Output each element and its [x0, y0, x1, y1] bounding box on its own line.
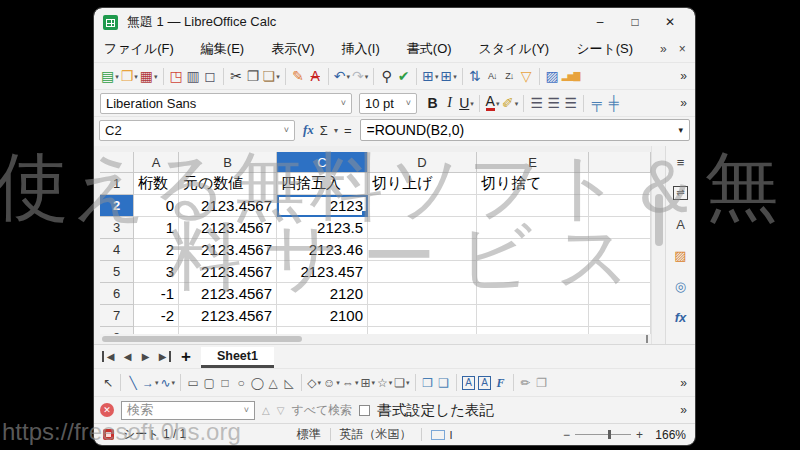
cell-filler[interactable]: [589, 305, 651, 327]
cell-D3[interactable]: [368, 217, 477, 239]
spelling-icon[interactable]: ✔: [395, 65, 412, 87]
sheet-tab-sheet1[interactable]: Sheet1: [201, 347, 274, 368]
row-header-8[interactable]: 8: [100, 327, 134, 334]
functions-icon[interactable]: fx: [672, 306, 689, 328]
ellipse-icon[interactable]: ○: [233, 372, 249, 394]
sum-icon[interactable]: Σ: [320, 123, 328, 138]
cell-E4[interactable]: [477, 239, 589, 261]
menu-format[interactable]: 書式(O): [407, 40, 452, 58]
last-sheet-icon[interactable]: ▶: [156, 351, 171, 362]
curve-icon[interactable]: ∿▾: [160, 372, 177, 394]
column-header-A[interactable]: A: [134, 152, 179, 173]
cell-E8[interactable]: [477, 327, 589, 334]
previous-sheet-icon[interactable]: ◀: [120, 351, 135, 362]
navigator-icon[interactable]: ◎: [672, 275, 689, 297]
cell-E2[interactable]: [477, 195, 589, 217]
cell-filler[interactable]: [589, 217, 651, 239]
cut-icon[interactable]: ✂: [228, 65, 245, 87]
cell-D1[interactable]: 切り上げ: [368, 173, 477, 195]
cell-B7[interactable]: 2123.4567: [179, 305, 277, 327]
right-triangle-icon[interactable]: ◺: [281, 372, 297, 394]
row-header-6[interactable]: 6: [100, 283, 134, 305]
cell-filler[interactable]: [589, 173, 651, 195]
cell-C4[interactable]: 2123.46: [277, 239, 368, 261]
vertical-scrollbar[interactable]: [651, 146, 665, 344]
open-file-icon[interactable]: ❒▾: [120, 65, 139, 87]
cell-filler[interactable]: [589, 239, 651, 261]
sort-ascending-icon[interactable]: A↓: [484, 65, 501, 87]
rotate-icon[interactable]: ❒: [420, 372, 436, 394]
row-header-3[interactable]: 3: [100, 217, 134, 239]
undo-icon[interactable]: ↶▾: [333, 65, 351, 87]
cell-E3[interactable]: [477, 217, 589, 239]
basic-shapes-icon[interactable]: ◇▾: [306, 372, 322, 394]
print-icon[interactable]: ▥: [185, 65, 202, 87]
row-header-2[interactable]: 2: [100, 195, 134, 217]
new-document-icon[interactable]: ▤▾: [100, 65, 120, 87]
cell-A4[interactable]: 2: [134, 239, 179, 261]
zoom-in-icon[interactable]: +: [636, 428, 643, 442]
cell-A3[interactable]: 1: [134, 217, 179, 239]
center-vertically-icon[interactable]: ╪: [605, 92, 622, 114]
font-color-icon[interactable]: A▾: [484, 92, 501, 114]
find-next-icon[interactable]: ▽: [277, 405, 285, 416]
toggle-extrusion-icon[interactable]: ❐: [534, 372, 550, 394]
select-all-corner[interactable]: [100, 152, 134, 173]
page-style[interactable]: 標準: [297, 426, 321, 443]
horizontal-scrollbar[interactable]: [100, 334, 651, 344]
cell-B5[interactable]: 2123.4567: [179, 261, 277, 283]
zoom-out-icon[interactable]: −: [563, 428, 570, 442]
cell-B4[interactable]: 2123.4567: [179, 239, 277, 261]
menu-styles[interactable]: スタイル(Y): [479, 40, 550, 58]
cell-A1[interactable]: 桁数: [134, 173, 179, 195]
sidebar-menu-icon[interactable]: ≡: [672, 151, 689, 173]
formula-input[interactable]: =ROUND(B2,0): [360, 119, 691, 141]
menu-edit[interactable]: 編集(E): [201, 40, 244, 58]
gallery-icon[interactable]: ▨: [672, 244, 689, 266]
font-size-combobox[interactable]: 10 pt: [359, 93, 417, 114]
align-right-icon[interactable]: ☰: [562, 92, 579, 114]
column-header-E[interactable]: E: [477, 152, 589, 173]
menu-sheet[interactable]: シート(S): [576, 40, 633, 58]
cell-B8[interactable]: [179, 327, 277, 334]
redo-icon[interactable]: ↷▾: [351, 65, 369, 87]
clone-formatting-icon[interactable]: ✎: [290, 65, 307, 87]
drawing-toolbar-overflow-icon[interactable]: »: [680, 376, 689, 390]
cell-D7[interactable]: [368, 305, 477, 327]
cell-C2[interactable]: 2123: [277, 195, 368, 217]
insert-row-icon[interactable]: ⊞▾: [421, 65, 439, 87]
formatting-toolbar-overflow-icon[interactable]: »: [680, 96, 689, 110]
standard-toolbar-overflow-icon[interactable]: »: [680, 69, 689, 83]
cell-B2[interactable]: 2123.4567: [179, 195, 277, 217]
clear-formatting-icon[interactable]: A: [307, 65, 324, 87]
cell-B3[interactable]: 2123.4567: [179, 217, 277, 239]
equals-icon[interactable]: =: [344, 123, 352, 138]
sum-dropdown-icon[interactable]: ▾: [334, 126, 338, 135]
selection-mode-icon[interactable]: [431, 430, 445, 440]
cell-A7[interactable]: -2: [134, 305, 179, 327]
find-toolbar-overflow-icon[interactable]: »: [680, 403, 689, 417]
cell-filler[interactable]: [589, 261, 651, 283]
cell-filler[interactable]: [589, 327, 651, 334]
first-sheet-icon[interactable]: ◀: [102, 351, 117, 362]
bold-icon[interactable]: B: [424, 92, 441, 114]
column-header-D[interactable]: D: [368, 152, 477, 173]
paste-icon[interactable]: ❏▾: [262, 65, 281, 87]
export-pdf-icon[interactable]: ◳: [168, 65, 185, 87]
cell-D8[interactable]: [368, 327, 477, 334]
minimize-button[interactable]: –: [589, 15, 611, 29]
add-sheet-button[interactable]: +: [181, 347, 191, 367]
line-ends-arrow-icon[interactable]: →▾: [141, 372, 160, 394]
function-wizard-icon[interactable]: fx: [303, 122, 314, 138]
cell-C5[interactable]: 2123.457: [277, 261, 368, 283]
cell-B1[interactable]: 元の数値: [179, 173, 277, 195]
copy-icon[interactable]: ❐: [245, 65, 262, 87]
zoom-level[interactable]: 166%: [652, 428, 686, 442]
cell-C1[interactable]: 四捨五入: [277, 173, 368, 195]
symbol-shapes-icon[interactable]: ☺▾: [322, 372, 341, 394]
vertical-scrollbar-thumb[interactable]: [655, 194, 663, 246]
row-header-1[interactable]: 1: [100, 173, 134, 195]
insert-column-icon[interactable]: ⊞▾: [439, 65, 457, 87]
cell-D2[interactable]: [368, 195, 477, 217]
autofilter-icon[interactable]: ▽: [518, 65, 535, 87]
